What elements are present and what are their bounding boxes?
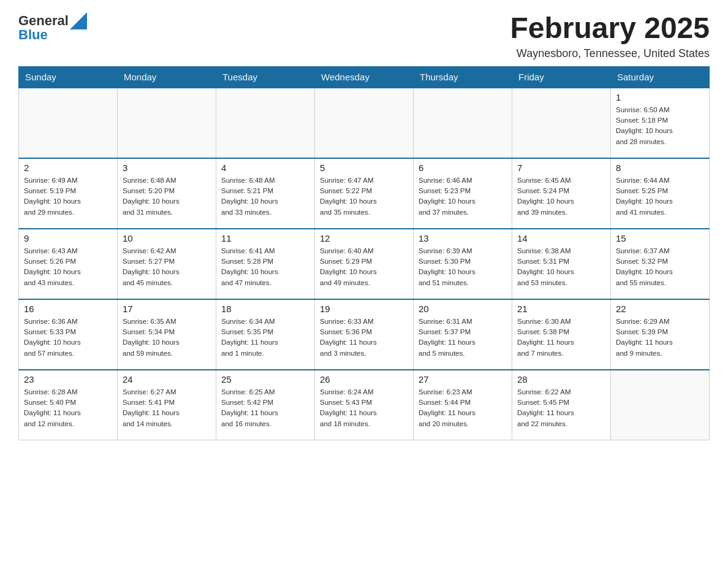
day-info: Sunrise: 6:34 AMSunset: 5:35 PMDaylight:…	[221, 316, 309, 359]
calendar-day-cell: 10Sunrise: 6:42 AMSunset: 5:27 PMDayligh…	[118, 229, 216, 299]
days-of-week-row: SundayMondayTuesdayWednesdayThursdayFrid…	[19, 66, 710, 88]
day-number: 9	[24, 233, 112, 243]
day-info: Sunrise: 6:35 AMSunset: 5:34 PMDaylight:…	[123, 316, 211, 359]
day-info: Sunrise: 6:37 AMSunset: 5:32 PMDaylight:…	[616, 246, 704, 288]
day-info: Sunrise: 6:29 AMSunset: 5:39 PMDaylight:…	[616, 316, 704, 359]
day-number: 19	[320, 304, 408, 314]
day-info: Sunrise: 6:49 AMSunset: 5:19 PMDaylight:…	[24, 175, 112, 218]
calendar-header: SundayMondayTuesdayWednesdayThursdayFrid…	[19, 66, 710, 88]
day-info: Sunrise: 6:50 AMSunset: 5:18 PMDaylight:…	[616, 105, 704, 147]
calendar-day-cell: 14Sunrise: 6:38 AMSunset: 5:31 PMDayligh…	[512, 229, 611, 299]
day-number: 1	[616, 92, 704, 102]
day-info: Sunrise: 6:47 AMSunset: 5:22 PMDaylight:…	[320, 175, 408, 218]
logo-triangle-icon	[70, 12, 87, 29]
calendar-day-cell: 17Sunrise: 6:35 AMSunset: 5:34 PMDayligh…	[118, 299, 216, 370]
calendar-day-cell: 4Sunrise: 6:48 AMSunset: 5:21 PMDaylight…	[216, 158, 315, 229]
day-number: 27	[419, 374, 507, 385]
day-number: 2	[24, 163, 112, 173]
day-of-week-header: Sunday	[19, 66, 118, 88]
calendar-day-cell: 23Sunrise: 6:28 AMSunset: 5:40 PMDayligh…	[19, 370, 118, 440]
day-number: 22	[616, 304, 704, 314]
calendar-day-cell: 13Sunrise: 6:39 AMSunset: 5:30 PMDayligh…	[414, 229, 512, 299]
calendar-day-cell: 15Sunrise: 6:37 AMSunset: 5:32 PMDayligh…	[611, 229, 710, 299]
calendar-day-cell: 7Sunrise: 6:45 AMSunset: 5:24 PMDaylight…	[512, 158, 611, 229]
logo: General Blue	[18, 12, 87, 43]
calendar-day-cell: 11Sunrise: 6:41 AMSunset: 5:28 PMDayligh…	[216, 229, 315, 299]
day-number: 10	[123, 233, 211, 243]
day-number: 28	[517, 374, 605, 385]
calendar-week-row: 9Sunrise: 6:43 AMSunset: 5:26 PMDaylight…	[19, 229, 710, 299]
calendar-day-cell: 2Sunrise: 6:49 AMSunset: 5:19 PMDaylight…	[19, 158, 118, 229]
day-number: 18	[221, 304, 309, 314]
day-info: Sunrise: 6:40 AMSunset: 5:29 PMDaylight:…	[320, 246, 408, 288]
calendar-day-cell: 22Sunrise: 6:29 AMSunset: 5:39 PMDayligh…	[611, 299, 710, 370]
day-info: Sunrise: 6:41 AMSunset: 5:28 PMDaylight:…	[221, 246, 309, 288]
day-info: Sunrise: 6:38 AMSunset: 5:31 PMDaylight:…	[517, 246, 605, 288]
calendar-day-cell: 27Sunrise: 6:23 AMSunset: 5:44 PMDayligh…	[414, 370, 512, 440]
day-number: 12	[320, 233, 408, 243]
logo-text-blue: Blue	[18, 27, 48, 43]
day-of-week-header: Thursday	[414, 66, 512, 88]
day-number: 16	[24, 304, 112, 314]
day-of-week-header: Wednesday	[315, 66, 414, 88]
calendar-day-cell: 12Sunrise: 6:40 AMSunset: 5:29 PMDayligh…	[315, 229, 414, 299]
day-info: Sunrise: 6:42 AMSunset: 5:27 PMDaylight:…	[123, 246, 211, 288]
calendar-week-row: 2Sunrise: 6:49 AMSunset: 5:19 PMDaylight…	[19, 158, 710, 229]
title-section: February 2025 Waynesboro, Tennessee, Uni…	[510, 12, 710, 60]
calendar-day-cell: 5Sunrise: 6:47 AMSunset: 5:22 PMDaylight…	[315, 158, 414, 229]
calendar-day-cell: 21Sunrise: 6:30 AMSunset: 5:38 PMDayligh…	[512, 299, 611, 370]
calendar-week-row: 1Sunrise: 6:50 AMSunset: 5:18 PMDaylight…	[19, 88, 710, 158]
day-number: 8	[616, 163, 704, 173]
day-number: 21	[517, 304, 605, 314]
calendar-day-cell: 8Sunrise: 6:44 AMSunset: 5:25 PMDaylight…	[611, 158, 710, 229]
day-number: 7	[517, 163, 605, 173]
day-number: 14	[517, 233, 605, 243]
day-info: Sunrise: 6:43 AMSunset: 5:26 PMDaylight:…	[24, 246, 112, 288]
day-number: 26	[320, 374, 408, 385]
calendar-day-cell: 3Sunrise: 6:48 AMSunset: 5:20 PMDaylight…	[118, 158, 216, 229]
calendar-day-cell: 28Sunrise: 6:22 AMSunset: 5:45 PMDayligh…	[512, 370, 611, 440]
day-number: 24	[123, 374, 211, 385]
day-info: Sunrise: 6:36 AMSunset: 5:33 PMDaylight:…	[24, 316, 112, 359]
day-number: 25	[221, 374, 309, 385]
day-number: 6	[419, 163, 507, 173]
calendar-table: SundayMondayTuesdayWednesdayThursdayFrid…	[18, 66, 710, 441]
day-info: Sunrise: 6:48 AMSunset: 5:21 PMDaylight:…	[221, 175, 309, 218]
day-info: Sunrise: 6:24 AMSunset: 5:43 PMDaylight:…	[320, 387, 408, 429]
calendar-day-cell	[512, 88, 611, 158]
day-info: Sunrise: 6:23 AMSunset: 5:44 PMDaylight:…	[419, 387, 507, 429]
day-info: Sunrise: 6:30 AMSunset: 5:38 PMDaylight:…	[517, 316, 605, 359]
calendar-day-cell: 19Sunrise: 6:33 AMSunset: 5:36 PMDayligh…	[315, 299, 414, 370]
calendar-day-cell	[611, 370, 710, 440]
calendar-day-cell	[118, 88, 216, 158]
calendar-day-cell: 6Sunrise: 6:46 AMSunset: 5:23 PMDaylight…	[414, 158, 512, 229]
day-info: Sunrise: 6:39 AMSunset: 5:30 PMDaylight:…	[419, 246, 507, 288]
day-of-week-header: Friday	[512, 66, 611, 88]
calendar-day-cell: 18Sunrise: 6:34 AMSunset: 5:35 PMDayligh…	[216, 299, 315, 370]
calendar-day-cell: 9Sunrise: 6:43 AMSunset: 5:26 PMDaylight…	[19, 229, 118, 299]
day-number: 23	[24, 374, 112, 385]
calendar-week-row: 23Sunrise: 6:28 AMSunset: 5:40 PMDayligh…	[19, 370, 710, 440]
day-info: Sunrise: 6:45 AMSunset: 5:24 PMDaylight:…	[517, 175, 605, 218]
calendar-day-cell: 25Sunrise: 6:25 AMSunset: 5:42 PMDayligh…	[216, 370, 315, 440]
day-info: Sunrise: 6:27 AMSunset: 5:41 PMDaylight:…	[123, 387, 211, 429]
calendar-day-cell: 16Sunrise: 6:36 AMSunset: 5:33 PMDayligh…	[19, 299, 118, 370]
day-number: 17	[123, 304, 211, 314]
calendar-day-cell: 26Sunrise: 6:24 AMSunset: 5:43 PMDayligh…	[315, 370, 414, 440]
day-number: 13	[419, 233, 507, 243]
day-info: Sunrise: 6:31 AMSunset: 5:37 PMDaylight:…	[419, 316, 507, 359]
day-number: 11	[221, 233, 309, 243]
calendar-day-cell: 24Sunrise: 6:27 AMSunset: 5:41 PMDayligh…	[118, 370, 216, 440]
day-number: 15	[616, 233, 704, 243]
day-info: Sunrise: 6:48 AMSunset: 5:20 PMDaylight:…	[123, 175, 211, 218]
calendar-week-row: 16Sunrise: 6:36 AMSunset: 5:33 PMDayligh…	[19, 299, 710, 370]
calendar-day-cell: 20Sunrise: 6:31 AMSunset: 5:37 PMDayligh…	[414, 299, 512, 370]
day-number: 3	[123, 163, 211, 173]
day-number: 4	[221, 163, 309, 173]
svg-marker-0	[70, 12, 87, 29]
day-info: Sunrise: 6:33 AMSunset: 5:36 PMDaylight:…	[320, 316, 408, 359]
calendar-day-cell	[414, 88, 512, 158]
calendar-body: 1Sunrise: 6:50 AMSunset: 5:18 PMDaylight…	[19, 88, 710, 440]
month-title: February 2025	[510, 12, 710, 45]
day-number: 5	[320, 163, 408, 173]
